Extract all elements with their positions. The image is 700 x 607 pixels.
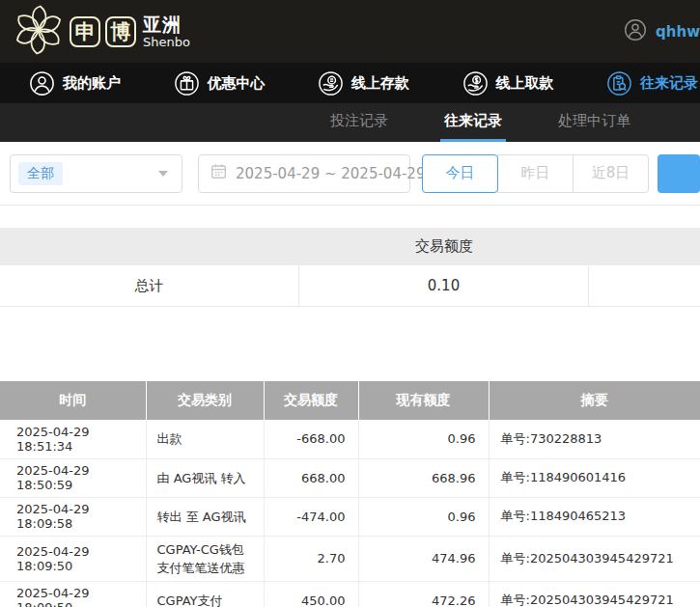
cell-memo: 单号:202504303945429721 bbox=[489, 536, 700, 581]
yesterday-button[interactable]: 昨日 bbox=[497, 154, 574, 193]
cell-balance: 0.96 bbox=[358, 420, 489, 458]
table-row: 2025-04-29 18:51:34 出款 -668.00 0.96 单号:7… bbox=[0, 420, 700, 458]
search-button[interactable] bbox=[658, 154, 700, 193]
nav-label: 优惠中心 bbox=[208, 74, 266, 93]
records-header-row: 时间 交易类别 交易额度 现有额度 摘要 bbox=[0, 381, 700, 420]
cell-time: 2025-04-29 18:09:58 bbox=[0, 497, 146, 536]
logo-char-shen: 申 bbox=[70, 16, 100, 47]
summary-table: 交易额度 总计 0.10 bbox=[0, 228, 700, 307]
nav-item-promotions[interactable]: 优惠中心 bbox=[174, 70, 266, 97]
nav-label: 我的账户 bbox=[63, 74, 121, 93]
date-range-input[interactable]: 2025-04-29 ~ 2025-04-29 bbox=[198, 154, 410, 193]
cell-type: 转出 至 AG视讯 bbox=[146, 497, 264, 536]
summary-header-row: 交易额度 bbox=[0, 228, 700, 265]
username[interactable]: qhhw bbox=[656, 23, 700, 41]
chevron-down-icon bbox=[158, 171, 168, 177]
logo-char-bo: 博 bbox=[105, 16, 136, 47]
cell-amount: -474.00 bbox=[264, 497, 358, 536]
nav-item-online-deposit[interactable]: 线上存款 bbox=[318, 70, 409, 97]
cell-balance: 472.26 bbox=[358, 581, 489, 607]
flower-logo-icon bbox=[12, 3, 66, 61]
nav-label: 往来记录 bbox=[640, 74, 698, 93]
account-icon bbox=[29, 70, 55, 97]
table-row: 2025-04-29 18:09:50 CGPAY支付 450.00 472.2… bbox=[0, 581, 700, 607]
cell-amount: -668.00 bbox=[264, 420, 358, 458]
records-subnav: 投注记录 往来记录 处理中订单 bbox=[0, 103, 700, 142]
tab-transaction-records[interactable]: 往来记录 bbox=[440, 103, 506, 142]
col-header-amount: 交易额度 bbox=[264, 381, 358, 420]
nav-item-online-withdraw[interactable]: 线上取款 bbox=[462, 70, 554, 97]
nav-label: 线上存款 bbox=[351, 74, 409, 93]
records-table: 时间 交易类别 交易额度 现有额度 摘要 2025-04-29 18:51:34… bbox=[0, 381, 700, 607]
col-header-balance: 现有额度 bbox=[358, 381, 489, 420]
cell-memo: 单号:730228813 bbox=[489, 420, 700, 458]
cell-type: 出款 bbox=[146, 420, 264, 458]
transaction-type-select[interactable]: 全部 bbox=[10, 154, 182, 193]
user-avatar-icon bbox=[624, 18, 647, 45]
tab-betting-records[interactable]: 投注记录 bbox=[326, 103, 392, 142]
cell-memo: 单号:202504303945429721 bbox=[489, 581, 700, 607]
main-nav: 我的账户 优惠中心 线上存款 bbox=[0, 63, 700, 103]
withdraw-hand-dollar-icon bbox=[462, 70, 489, 97]
cell-type: CGPAY-CG钱包支付笔笔送优惠 bbox=[146, 536, 264, 581]
cell-time: 2025-04-29 18:09:50 bbox=[0, 581, 146, 607]
cell-time: 2025-04-29 18:09:50 bbox=[0, 536, 146, 581]
table-row: 2025-04-29 18:50:59 由 AG视讯 转入 668.00 668… bbox=[0, 458, 700, 497]
cell-amount: 2.70 bbox=[264, 536, 358, 581]
nav-label: 线上取款 bbox=[496, 74, 554, 93]
filter-bar: 全部 2025-04-29 ~ 2025-04-29 今日 昨日 近8日 bbox=[0, 142, 700, 206]
summary-total-label: 总计 bbox=[0, 265, 299, 306]
logo-wordmark: 亚洲 Shenbo bbox=[143, 14, 190, 49]
date-range-value: 2025-04-29 ~ 2025-04-29 bbox=[236, 165, 425, 182]
summary-total-row: 总计 0.10 bbox=[0, 265, 700, 307]
selected-type-chip[interactable]: 全部 bbox=[18, 162, 63, 185]
records-clipboard-icon bbox=[606, 70, 632, 97]
cell-balance: 474.96 bbox=[358, 536, 489, 581]
summary-total-value: 0.10 bbox=[299, 265, 589, 306]
cell-balance: 668.96 bbox=[358, 458, 489, 497]
cell-memo: 单号:118490601416 bbox=[489, 458, 700, 497]
logo-subtitle: Shenbo bbox=[143, 35, 190, 49]
table-row: 2025-04-29 18:09:58 转出 至 AG视讯 -474.00 0.… bbox=[0, 497, 700, 536]
cell-time: 2025-04-29 18:51:34 bbox=[0, 420, 146, 458]
calendar-icon bbox=[210, 163, 227, 183]
summary-empty-cell bbox=[589, 265, 700, 306]
table-row: 2025-04-29 18:09:50 CGPAY-CG钱包支付笔笔送优惠 2.… bbox=[0, 536, 700, 581]
today-button[interactable]: 今日 bbox=[422, 154, 498, 193]
nav-item-my-account[interactable]: 我的账户 bbox=[29, 70, 121, 97]
last-8-days-button[interactable]: 近8日 bbox=[573, 154, 649, 193]
cell-type: CGPAY支付 bbox=[146, 581, 264, 607]
col-header-memo: 摘要 bbox=[489, 381, 700, 420]
nav-item-transaction-records[interactable]: 往来记录 bbox=[606, 70, 698, 97]
promo-gift-icon bbox=[174, 70, 200, 97]
user-menu[interactable]: qhhw bbox=[624, 18, 700, 45]
col-header-time: 时间 bbox=[0, 381, 146, 420]
brand-header: 申 博 亚洲 Shenbo qhhw bbox=[0, 0, 700, 63]
logo-region-text: 亚洲 bbox=[143, 14, 190, 35]
cell-amount: 668.00 bbox=[264, 458, 358, 497]
cell-time: 2025-04-29 18:50:59 bbox=[0, 458, 146, 497]
cell-amount: 450.00 bbox=[264, 581, 358, 607]
cell-balance: 0.96 bbox=[358, 497, 489, 536]
col-header-type: 交易类别 bbox=[146, 381, 264, 420]
cell-memo: 单号:118490465213 bbox=[489, 497, 700, 536]
tab-pending-orders[interactable]: 处理中订单 bbox=[554, 103, 634, 142]
quick-date-buttons: 今日 昨日 近8日 bbox=[422, 154, 649, 193]
summary-header-label: 交易额度 bbox=[299, 228, 589, 265]
deposit-hand-coin-icon bbox=[318, 70, 344, 97]
cell-type: 由 AG视讯 转入 bbox=[146, 458, 264, 497]
